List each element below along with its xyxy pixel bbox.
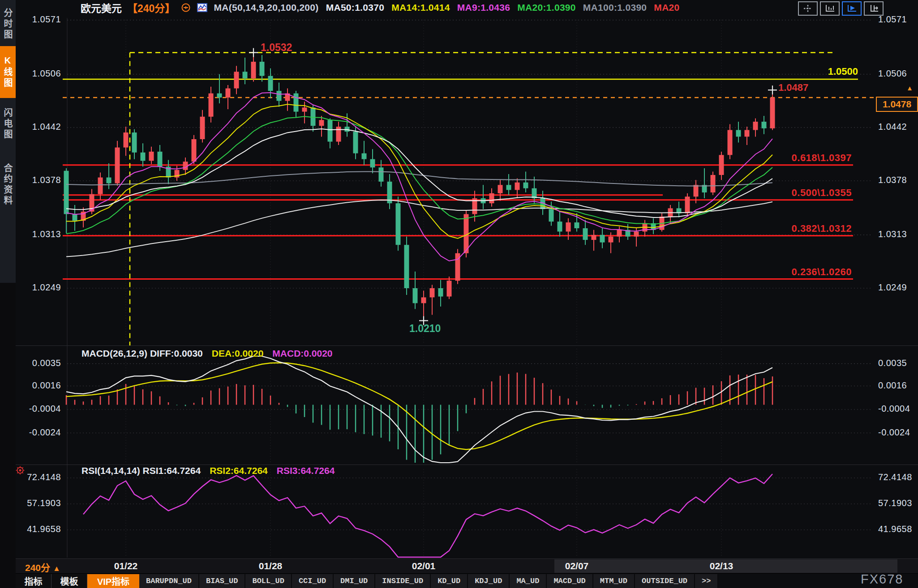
ma-legend: MA(50,14,9,20,100,200)MA50:1.0370MA14:1.… (214, 2, 679, 13)
toolbar-tab-boll-ud[interactable]: BOLL_UD (245, 574, 292, 588)
ma-legend-item: MA20 (654, 2, 679, 13)
rsi-title-2: RSI2:64.7264 (210, 465, 268, 476)
period-indicator-label: 240分 (25, 562, 50, 573)
period-indicator[interactable]: 240分 ▲ (25, 560, 60, 574)
ma-legend-item: MA9:1.0436 (457, 2, 510, 13)
sidebar-tab-0[interactable]: 分时图 (0, 3, 16, 46)
chart-header: 欧元美元 【240分】 MA(50,14,9,20,100,200)MA50:1… (81, 2, 680, 13)
symbol-title: 欧元美元 (81, 0, 122, 15)
toolbar-tab-mtm-ud[interactable]: MTM_UD (593, 574, 635, 588)
toolbar-tab-kdj-ud[interactable]: KDJ_UD (468, 574, 510, 588)
rsi-header: RSI(14,14,14) RSI1:64.7264 RSI2:64.7264 … (82, 465, 335, 476)
rsi-title-1: RSI(14,14,14) RSI1:64.7264 (82, 465, 201, 476)
sidebar-tab-1[interactable]: K线图 (0, 46, 16, 98)
toolbar-tab-macd-ud[interactable]: MACD_UD (547, 574, 593, 588)
current-price-box: 1.0478 (876, 97, 918, 112)
ma-legend-item: MA14:1.0414 (391, 2, 450, 13)
resistance-price-label: 1.0500 (761, 66, 858, 77)
sidebar: 分时图K线图闪电图合约资料 (0, 0, 16, 588)
sidebar-tab-3[interactable]: 合约资料 (0, 149, 16, 220)
time-scrollbar-thumb[interactable] (554, 559, 897, 573)
watermark-logo: FX678 (861, 572, 903, 587)
toolbar-tab-kd-ud[interactable]: KD_UD (431, 574, 468, 588)
ma-legend-item: MA100:1.0390 (583, 2, 647, 13)
macd-title-diff: MACD(26,12,9) DIFF:0.0030 (82, 348, 203, 359)
price-up-arrow-icon: ▲ (906, 84, 913, 92)
period-up-arrow-icon: ▲ (53, 564, 60, 573)
record-target-icon[interactable] (15, 465, 25, 475)
recent-high-price-label: 1.0487 (778, 82, 808, 94)
toolbar-tab-dmi-ud[interactable]: DMI_UD (334, 574, 375, 588)
ma-legend-item: MA20:1.0390 (517, 2, 576, 13)
toolbar-tab-barupdn-ud[interactable]: BARUPDN_UD (139, 574, 199, 588)
toolbar-tab--[interactable]: >> (695, 574, 718, 588)
swing-low-price-label: 1.0210 (409, 323, 441, 335)
axis-play-icon[interactable] (842, 1, 862, 16)
axis-shift-icon[interactable] (864, 1, 884, 16)
swing-high-price-label: 1.0532 (261, 42, 292, 54)
toolbar-tab-ma-ud[interactable]: MA_UD (510, 574, 547, 588)
toolbar-tab-vip指标[interactable]: VIP指标 (87, 574, 139, 588)
trading-app-window: 分时图K线图闪电图合约资料 欧元美元 【240分】 MA(50,14,9,20,… (0, 0, 918, 588)
chart-toolbar-right (798, 1, 884, 16)
ma-legend-item: MA50:1.0370 (326, 2, 385, 13)
toolbar-tab-bias-ud[interactable]: BIAS_UD (199, 574, 245, 588)
mini-chart-icon[interactable] (197, 2, 208, 13)
rsi-title-3: RSI3:64.7264 (277, 465, 335, 476)
period-badge: 【240分】 (127, 0, 175, 15)
macd-title-dea: DEA:0.0020 (212, 348, 264, 359)
toolbar-tab-inside-ud[interactable]: INSIDE_UD (375, 574, 431, 588)
sidebar-tab-2[interactable]: 闪电图 (0, 99, 16, 149)
toolbar-tab-outside-ud[interactable]: OUTSIDE_UD (635, 574, 695, 588)
macd-header: MACD(26,12,9) DIFF:0.0030 DEA:0.0020 MAC… (82, 348, 333, 359)
macd-title-macd: MACD:0.0020 (272, 348, 332, 359)
indicator-toolbar: 指标模板VIP指标BARUPDN_UDBIAS_UDBOLL_UDCCI_UDD… (16, 574, 718, 588)
toolbar-tab-指标[interactable]: 指标 (16, 574, 51, 588)
toolbar-tab-模板[interactable]: 模板 (51, 574, 87, 588)
crosshair-move-icon[interactable] (798, 1, 818, 16)
ma-legend-item: MA(50,14,9,20,100,200) (214, 2, 318, 13)
plus-circle-icon[interactable] (180, 2, 191, 13)
toolbar-tab-cci-ud[interactable]: CCI_UD (292, 574, 334, 588)
axis-scale-icon[interactable] (820, 1, 840, 16)
